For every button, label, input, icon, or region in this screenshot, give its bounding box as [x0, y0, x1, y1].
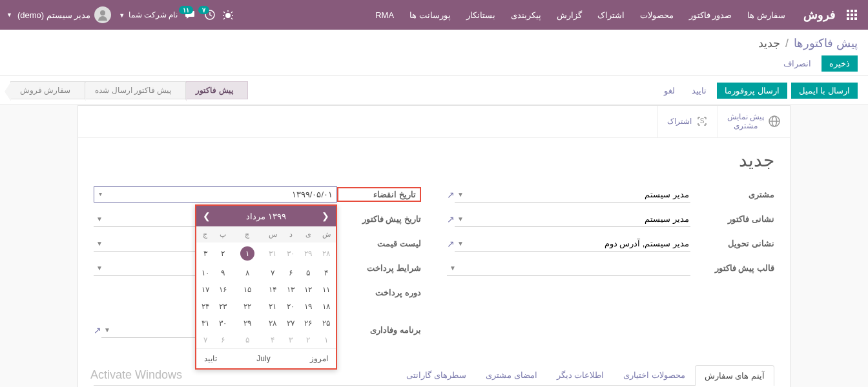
- user-menu[interactable]: مدیر سیستم (demo) ▼: [6, 6, 111, 23]
- external-link-icon[interactable]: ↗: [94, 325, 101, 335]
- calendar-day[interactable]: ۴: [264, 332, 282, 348]
- calendar-day[interactable]: ۲۹: [300, 243, 317, 264]
- calendar-day[interactable]: ۲: [300, 332, 317, 348]
- menu-orders[interactable]: سفارش ها: [741, 6, 792, 24]
- menu-rma[interactable]: RMA: [369, 6, 400, 24]
- calendar-today-button[interactable]: امروز: [310, 354, 328, 363]
- chevron-down-icon[interactable]: ▾: [96, 190, 105, 197]
- menu-creditor[interactable]: بستانکار: [460, 6, 502, 24]
- calendar-day[interactable]: ۵: [300, 264, 317, 281]
- calendar-day[interactable]: ۱۷: [196, 281, 214, 298]
- discard-button[interactable]: انصراف: [776, 55, 819, 72]
- calendar-alt-month[interactable]: July: [256, 354, 270, 363]
- tab-warranty[interactable]: سطرهای گارانتی: [397, 364, 476, 385]
- calendar-day[interactable]: ۱۴: [264, 281, 282, 298]
- subscription-button[interactable]: S اشتراک: [657, 106, 718, 137]
- calendar-day[interactable]: ۲۲: [231, 298, 264, 315]
- calendar-day[interactable]: ۷: [264, 264, 282, 281]
- tab-order-lines[interactable]: آیتم های سفارش: [695, 365, 774, 386]
- company-switcher[interactable]: نام شرکت شما ▼: [119, 10, 178, 19]
- calendar-day[interactable]: ۲۹: [231, 315, 264, 332]
- calendar-day[interactable]: ۹: [214, 264, 231, 281]
- cancel-button[interactable]: لغو: [657, 83, 681, 99]
- menu-report[interactable]: گزارش: [550, 6, 588, 24]
- external-link-icon[interactable]: ↗: [447, 239, 455, 249]
- calendar-next-icon[interactable]: ❯: [203, 211, 211, 221]
- calendar-day[interactable]: ۲۳: [214, 298, 231, 315]
- calendar-title[interactable]: ۱۳۹۹ مرداد: [246, 212, 286, 221]
- menu-products[interactable]: محصولات: [634, 6, 680, 24]
- chevron-down-icon[interactable]: ▼: [455, 240, 466, 247]
- calendar-day[interactable]: ۲۶: [300, 315, 317, 332]
- record-title: جدید: [94, 150, 774, 171]
- calendar-day[interactable]: ۱۶: [214, 281, 231, 298]
- tab-optional-products[interactable]: محصولات اختیاری: [614, 364, 695, 385]
- chevron-down-icon[interactable]: ▼: [101, 326, 113, 333]
- calendar-day[interactable]: ۶: [282, 264, 300, 281]
- calendar-prev-icon[interactable]: ❮: [322, 211, 329, 221]
- apps-icon[interactable]: [842, 5, 862, 25]
- calendar-day[interactable]: ۲۵: [317, 315, 336, 332]
- calendar-day[interactable]: ۳۰: [214, 315, 231, 332]
- calendar-day[interactable]: ۱: [231, 243, 264, 264]
- calendar-confirm-button[interactable]: تایید: [204, 354, 217, 363]
- calendar-day[interactable]: ۷: [196, 332, 214, 348]
- chevron-down-icon[interactable]: ▼: [455, 215, 466, 223]
- external-link-icon[interactable]: ↗: [447, 190, 455, 200]
- template-field[interactable]: [461, 261, 690, 275]
- debug-icon[interactable]: [223, 10, 233, 20]
- messages-icon[interactable]: ۱۱: [185, 10, 197, 20]
- calendar-day[interactable]: ۵: [231, 332, 264, 348]
- calendar-day[interactable]: ۳۰: [282, 243, 300, 264]
- calendar-day[interactable]: ۲۷: [282, 315, 300, 332]
- menu-subscription[interactable]: اشتراک: [591, 6, 631, 24]
- expiry-date-field[interactable]: [94, 186, 337, 203]
- send-proforma-button[interactable]: ارسال پروفورما: [717, 83, 787, 99]
- invoice-address-field[interactable]: [469, 212, 690, 226]
- save-button[interactable]: ذخیره: [822, 55, 858, 72]
- customer-field[interactable]: [469, 187, 690, 202]
- calendar-day[interactable]: ۱۳: [282, 281, 300, 298]
- delivery-address-field[interactable]: [469, 236, 690, 251]
- chevron-down-icon[interactable]: ▼: [94, 215, 105, 223]
- calendar-day[interactable]: ۲۱: [264, 298, 282, 315]
- confirm-button[interactable]: تایید: [685, 83, 713, 99]
- calendar-day[interactable]: ۳۱: [196, 315, 214, 332]
- calendar-day[interactable]: ۱۸: [317, 298, 336, 315]
- calendar-day[interactable]: ۳: [196, 243, 214, 264]
- menu-commission[interactable]: پورسانت ها: [403, 6, 457, 24]
- calendar-day[interactable]: ۱: [317, 332, 336, 348]
- calendar-day[interactable]: ۲: [214, 243, 231, 264]
- calendar-day[interactable]: ۶: [214, 332, 231, 348]
- calendar-day[interactable]: ۱۰: [196, 264, 214, 281]
- tab-other-info[interactable]: اطلاعات دیگر: [547, 364, 614, 385]
- chevron-down-icon[interactable]: ▼: [94, 264, 105, 272]
- calendar-day[interactable]: ۱۲: [300, 281, 317, 298]
- app-brand[interactable]: فروش: [803, 8, 836, 22]
- calendar-day[interactable]: ۲۴: [196, 298, 214, 315]
- calendar-day[interactable]: ۲۸: [317, 243, 336, 264]
- activities-icon[interactable]: ۷: [205, 10, 215, 20]
- chevron-down-icon[interactable]: ▼: [455, 191, 466, 198]
- breadcrumb-parent[interactable]: پیش فاکتورها: [794, 36, 858, 50]
- calendar-day[interactable]: ۱۹: [300, 298, 317, 315]
- chevron-down-icon[interactable]: ▼: [94, 240, 105, 247]
- menu-config[interactable]: پیکربندی: [504, 6, 548, 24]
- menu-invoicing[interactable]: صدور فاکتور: [683, 6, 739, 24]
- calendar-day[interactable]: ۳: [282, 332, 300, 348]
- calendar-day[interactable]: ۴: [317, 264, 336, 281]
- customer-preview-button[interactable]: پیش نمایش مشتری: [718, 106, 790, 137]
- send-email-button[interactable]: ارسال با ایمیل: [791, 83, 858, 99]
- calendar-day[interactable]: ۲۰: [282, 298, 300, 315]
- calendar-day[interactable]: ۸: [231, 264, 264, 281]
- status-step-order[interactable]: سفارش فروش: [10, 81, 85, 99]
- calendar-day[interactable]: ۲۸: [264, 315, 282, 332]
- chevron-down-icon[interactable]: ▼: [447, 264, 459, 272]
- external-link-icon[interactable]: ↗: [447, 214, 455, 224]
- calendar-day[interactable]: ۳۱: [264, 243, 282, 264]
- calendar-day[interactable]: ۱۵: [231, 281, 264, 298]
- status-step-quotation[interactable]: پیش فاکتور: [186, 81, 247, 99]
- tab-signature[interactable]: امضای مشتری: [476, 364, 547, 385]
- status-step-sent[interactable]: پیش فاکتور ارسال شده: [85, 81, 186, 99]
- calendar-day[interactable]: ۱۱: [317, 281, 336, 298]
